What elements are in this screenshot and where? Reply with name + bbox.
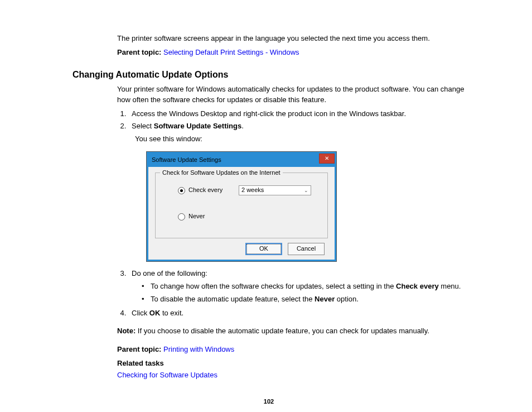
section-intro: Your printer software for Windows automa… xyxy=(117,84,465,106)
step-4: Click OK to exit. xyxy=(128,308,465,319)
intro-paragraph: The printer software screens appear in t… xyxy=(117,33,465,44)
close-icon[interactable]: ✕ xyxy=(319,154,335,164)
related-tasks-link[interactable]: Checking for Software Updates xyxy=(117,371,217,379)
parent-topic-label-2: Parent topic: xyxy=(117,345,161,353)
dialog-title: Software Update Settings xyxy=(152,154,221,165)
interval-dropdown[interactable]: 2 weeks ⌄ xyxy=(239,185,311,195)
step-3: Do one of the following: To change how o… xyxy=(128,269,465,305)
step-2: Select Software Update Settings. You see… xyxy=(128,121,465,262)
page-number: 102 xyxy=(72,397,465,406)
parent-topic-link-2[interactable]: Printing with Windows xyxy=(163,345,234,353)
ok-button[interactable]: OK xyxy=(245,243,282,255)
step-2-follow: You see this window: xyxy=(135,134,465,145)
radio-never-label: Never xyxy=(188,212,228,221)
related-tasks-label: Related tasks xyxy=(117,358,465,369)
step-3-bullet-2: To disable the automatic update feature,… xyxy=(142,294,465,305)
update-groupbox: Check for Software Updates on the Intern… xyxy=(155,173,328,238)
parent-topic-link-1[interactable]: Selecting Default Print Settings - Windo… xyxy=(163,48,299,56)
step-list: Access the Windows Desktop and right-cli… xyxy=(117,109,465,319)
dialog-titlebar: Software Update Settings ✕ xyxy=(148,154,335,167)
note-block: Note: If you choose to disable the autom… xyxy=(117,326,465,337)
groupbox-legend: Check for Software Updates on the Intern… xyxy=(160,169,283,178)
software-update-settings-dialog: Software Update Settings ✕ Check for Sof… xyxy=(146,151,337,262)
section-heading: Changing Automatic Update Options xyxy=(72,68,465,81)
radio-check-every-label: Check every xyxy=(188,186,228,195)
step-1: Access the Windows Desktop and right-cli… xyxy=(128,109,465,119)
note-label: Note: xyxy=(117,327,136,335)
step-3-bullet-1: To change how often the software checks … xyxy=(142,281,465,292)
note-text: If you choose to disable the automatic u… xyxy=(136,327,429,335)
radio-never[interactable] xyxy=(178,213,185,221)
parent-topic-label: Parent topic: xyxy=(117,48,161,56)
chevron-down-icon: ⌄ xyxy=(304,187,308,194)
interval-dropdown-value: 2 weeks xyxy=(241,186,264,195)
cancel-button[interactable]: Cancel xyxy=(288,243,325,255)
radio-check-every[interactable] xyxy=(178,187,185,194)
